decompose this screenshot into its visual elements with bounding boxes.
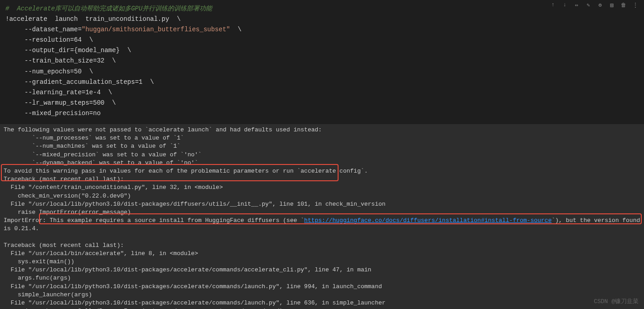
output-traceback-1-file-1: File "/content/train_unconditional.py", … bbox=[4, 184, 223, 191]
arg-output-dir-flag: --output_dir bbox=[24, 47, 70, 54]
arg-lr-warmup-steps-flag: --lr_warmup_steps bbox=[24, 99, 89, 106]
code-comment: # Accelerate库可以自动帮助完成诸如多GPU并行训练的训练部署功能 bbox=[5, 5, 212, 12]
output-traceback-2-file-1: File "/usr/local/bin/accelerate", line 8… bbox=[4, 250, 198, 257]
arg-num-epochs-value: 50 bbox=[74, 68, 82, 75]
output-traceback-2-code-1: sys.exit(main()) bbox=[4, 258, 74, 265]
code-cell[interactable]: # Accelerate库可以自动帮助完成诸如多GPU并行训练的训练部署功能 !… bbox=[0, 0, 644, 122]
arg-output-dir-value: {model_name} bbox=[74, 47, 120, 54]
arg-dataset-name-value: "huggan/smithsonian_butterflies_subset" bbox=[82, 26, 230, 33]
arg-gradient-accumulation-value: 1 bbox=[139, 78, 142, 86]
watermark: CSDN @镰刀韭菜 bbox=[594, 297, 639, 305]
output-default-num-processes: `--num_processes` was set to a value of … bbox=[4, 135, 184, 141]
output-traceback-2-file-4: File "/usr/local/lib/python3.10/dist-pac… bbox=[4, 299, 386, 306]
arg-gradient-accumulation-flag: --gradient_accumulation_steps bbox=[24, 78, 135, 86]
output-traceback-1-code-2: raise ImportError(error_message) bbox=[4, 209, 131, 216]
output-traceback-1-header: Traceback (most recent call last): bbox=[4, 176, 124, 183]
output-default-dynamo-backend: `--dynamo_backend` was set to a value of… bbox=[4, 159, 198, 166]
output-default-num-machines: `--num_machines` was set to a value of `… bbox=[4, 143, 180, 150]
move-up-icon[interactable]: ↑ bbox=[549, 1, 557, 9]
arg-learning-rate-flag: --learning_rate bbox=[24, 89, 82, 96]
cmd-script: train_unconditional.py bbox=[85, 15, 169, 23]
line-continuation: \ bbox=[177, 15, 180, 23]
arg-lr-warmup-steps-value: 500 bbox=[93, 99, 104, 106]
output-traceback-2-header: Traceback (most recent call last): bbox=[4, 242, 124, 249]
arg-learning-rate-value: 1e-4 bbox=[85, 89, 101, 96]
output-traceback-1-code-1: check_min_version("0.22.0.dev0") bbox=[4, 193, 131, 199]
output-import-error-link[interactable]: https://huggingface.co/docs/diffusers/in… bbox=[304, 217, 552, 224]
arg-mixed-precision-value: no bbox=[93, 110, 101, 117]
delete-icon[interactable]: 🗑 bbox=[620, 1, 628, 9]
arg-mixed-precision-flag: --mixed_precision bbox=[24, 110, 89, 117]
arg-dataset-name-flag: --dataset_name bbox=[24, 26, 78, 33]
output-traceback-2-file-2: File "/usr/local/lib/python3.10/dist-pac… bbox=[4, 266, 371, 273]
arg-train-batch-size-flag: --train_batch_size bbox=[24, 57, 93, 64]
output-warning-hint: To avoid this warning pass in values for… bbox=[4, 168, 368, 174]
cmd-launch: launch bbox=[55, 15, 77, 23]
output-import-error-prefix: ImportError: This example requires a sou… bbox=[4, 217, 304, 224]
mirror-icon[interactable]: ▤ bbox=[608, 1, 616, 9]
output-warning-header: The following values were not passed to … bbox=[4, 126, 322, 133]
settings-icon[interactable]: ⚙ bbox=[596, 1, 604, 9]
move-down-icon[interactable]: ↓ bbox=[561, 1, 569, 9]
arg-resolution-flag: --resolution bbox=[24, 36, 70, 43]
output-traceback-2-code-3: simple_launcher(args) bbox=[4, 291, 92, 298]
arg-train-batch-size-value: 32 bbox=[97, 57, 105, 64]
output-traceback-2-code-2: args.func(args) bbox=[4, 275, 71, 281]
cell-toolbar: ↑ ↓ ⇔ ✎ ⚙ ▤ 🗑 ⋮ bbox=[549, 1, 639, 9]
link-icon[interactable]: ⇔ bbox=[572, 1, 581, 9]
cmd-accelerate: accelerate bbox=[9, 15, 47, 23]
more-icon[interactable]: ⋮ bbox=[631, 1, 639, 9]
output-traceback-1-file-2: File "/usr/local/lib/python3.10/dist-pac… bbox=[4, 201, 386, 208]
arg-num-epochs-flag: --num_epochs bbox=[24, 68, 70, 75]
output-traceback-2-file-3: File "/usr/local/lib/python3.10/dist-pac… bbox=[4, 283, 382, 290]
output-default-mixed-precision: `--mixed_precision` was set to a value o… bbox=[4, 151, 202, 158]
output-cell: The following values were not passed to … bbox=[0, 124, 644, 309]
arg-resolution-value: 64 bbox=[74, 36, 82, 43]
comment-icon[interactable]: ✎ bbox=[584, 1, 592, 9]
